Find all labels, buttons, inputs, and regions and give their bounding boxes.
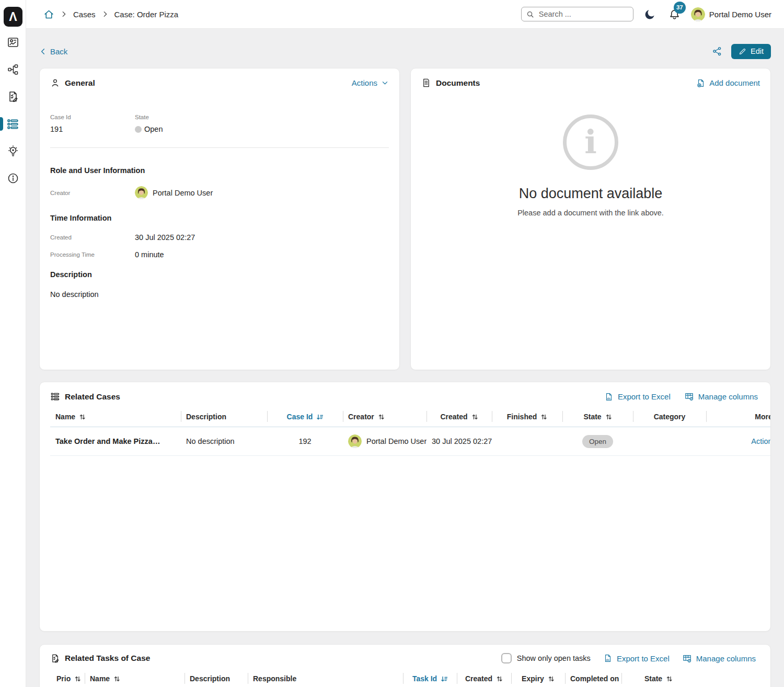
back-button[interactable]: Back [39,47,67,56]
manage-columns-icon [684,392,694,402]
lightbulb-icon [7,145,19,157]
chevron-down-icon [381,79,389,87]
sidebar-item-about[interactable] [0,165,26,192]
related-tasks-title: Related Tasks of Case [65,654,150,663]
col-header-name[interactable]: Name [50,408,181,427]
checkbox[interactable] [501,653,512,663]
created-value: 30 Jul 2025 02:27 [135,233,389,242]
sidebar-item-tasks[interactable] [0,83,26,110]
col-header-case-id[interactable]: Case Id [267,408,343,427]
sidebar: Λ [0,0,26,687]
page-toolbar: Back Edit [39,43,771,59]
processing-time-value: 0 minute [135,250,389,259]
case-created-cell: 30 Jul 2025 02:27 [426,427,492,456]
dashboard-icon [7,36,19,49]
processes-icon [7,63,19,76]
manage-columns-icon [682,654,692,663]
col-header-expiry[interactable]: Expiry [511,670,565,687]
sort-icon [79,414,86,420]
add-document-button[interactable]: Add document [696,78,760,88]
info-circle-icon: i [563,115,618,170]
sort-icon [496,675,503,682]
col-header-task-id[interactable]: Task Id [403,670,457,687]
dark-mode-toggle[interactable] [644,8,656,20]
sort-icon [666,675,673,682]
sidebar-item-cases[interactable] [0,110,26,138]
actions-dropdown[interactable]: Actions [352,78,389,87]
creator-label: Creator [50,190,135,196]
col-header-prio[interactable]: Prio [50,670,85,687]
col-header-creator[interactable]: Creator [343,408,426,427]
notification-count-badge: 37 [674,2,686,14]
edit-button[interactable]: Edit [731,44,771,59]
export-excel-button[interactable]: Export to Excel [604,392,671,402]
pencil-icon [739,48,746,55]
add-document-icon [696,78,706,88]
info-icon [7,172,19,185]
sidebar-item-processes[interactable] [0,56,26,83]
share-button[interactable] [712,46,722,56]
col-header-created[interactable]: Created [426,408,492,427]
tasks-icon [7,90,19,103]
related-tasks-table: Prio Name Description Responsible Task I… [50,670,696,687]
cases-icon [6,118,19,131]
state-field: State Open [135,114,389,133]
created-label: Created [50,234,135,241]
case-description-cell: No description [181,427,267,456]
empty-title: No document available [411,186,770,202]
related-cases-table: Name Description Case Id Creator Created… [50,408,771,456]
time-section-title: Time Information [50,214,389,222]
related-cases-card: Related Cases Export to Excel Manage col… [39,382,771,632]
sidebar-item-dashboard[interactable] [0,29,26,56]
col-header-finished[interactable]: Finished [492,408,562,427]
sorted-desc-icon [441,675,447,682]
status-badge: Open [582,435,613,448]
description-value: No description [50,290,389,299]
notifications-button[interactable]: 37 [668,8,681,20]
case-finished-cell [492,427,562,456]
general-card-title: General [65,78,95,88]
sort-icon [74,675,81,682]
table-row[interactable]: Take Order and Make Pizza… No descriptio… [50,427,771,456]
case-name-cell[interactable]: Take Order and Make Pizza… [50,427,181,456]
user-name: Portal Demo User [709,10,771,19]
documents-card: Documents Add document i No document ava… [410,68,771,370]
empty-hint: Please add a document with the link abov… [411,209,770,217]
avatar [348,434,362,448]
row-actions-link[interactable]: Actions [751,437,771,445]
manage-columns-button[interactable]: Manage columns [682,654,756,663]
sort-icon [548,675,555,682]
col-header-completed-on[interactable]: Completed on [565,670,621,687]
home-icon[interactable] [43,9,54,20]
col-header-description: Description [185,670,248,687]
case-state-cell: Open [562,427,633,456]
document-icon [421,78,431,88]
divider [50,147,389,148]
avatar [691,7,705,21]
topbar: Cases Case: Order Pizza [26,0,784,29]
role-user-section-title: Role and User Information [50,166,389,175]
case-id-cell: 192 [267,427,343,456]
search-input[interactable] [521,7,633,21]
show-open-tasks-toggle[interactable]: Show only open tasks [501,653,591,663]
chevron-left-icon [39,48,47,55]
app-root: Λ [0,0,784,687]
documents-card-title: Documents [436,78,480,88]
search-box [521,7,633,21]
sidebar-item-insights[interactable] [0,138,26,165]
related-cases-title: Related Cases [65,392,120,402]
sort-icon [605,414,612,420]
sort-icon [471,414,478,420]
xls-file-icon [604,392,614,402]
documents-empty-state: i No document available Please add a doc… [411,115,770,217]
col-header-state[interactable]: State [562,408,633,427]
sorted-desc-icon [316,414,323,420]
col-header-name[interactable]: Name [85,670,185,687]
col-header-created[interactable]: Created [457,670,511,687]
breadcrumb-cases[interactable]: Cases [73,10,96,19]
col-header-state[interactable]: State [621,670,696,687]
export-excel-button[interactable]: Export to Excel [603,654,670,663]
user-menu[interactable]: Portal Demo User [691,7,771,21]
manage-columns-button[interactable]: Manage columns [684,392,758,402]
app-logo[interactable]: Λ [4,7,22,27]
